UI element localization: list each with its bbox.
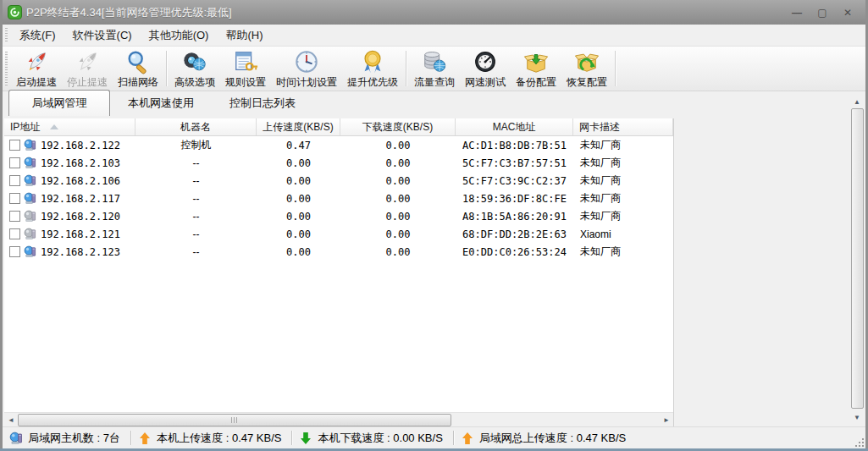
status-bar: 局域网主机数 : 7台本机上传速度 : 0.47 KB/S本机下载速度 : 0.… — [3, 426, 865, 448]
toolbar-label: 网速测试 — [465, 75, 506, 90]
host-checkbox[interactable] — [9, 211, 20, 222]
toolbar-button-scan-network[interactable]: 扫描网络 — [113, 47, 163, 90]
resize-grip[interactable] — [853, 436, 864, 447]
host-row[interactable]: 192.168.2.122控制机0.470.00AC:D1:B8:DB:7B:5… — [4, 136, 673, 154]
host-mac: AC:D1:B8:DB:7B:51 — [456, 136, 573, 154]
scroll-down-icon[interactable]: ▼ — [850, 410, 864, 424]
tab-lan-manage[interactable]: 局域网管理 — [8, 90, 110, 117]
host-vendor: 未知厂商 — [573, 154, 673, 172]
host-vendor: Xiaomi — [573, 225, 673, 243]
host-upload-speed: 0.00 — [257, 172, 340, 190]
rocket-stop-icon — [75, 49, 100, 74]
vertical-scrollbar[interactable]: ▲ ▼ — [850, 95, 865, 424]
toolbar-gripper — [5, 52, 8, 85]
host-checkbox[interactable] — [9, 193, 20, 204]
restore-config-icon — [574, 49, 600, 74]
host-checkbox[interactable] — [9, 246, 20, 257]
toolbar-separator — [615, 51, 616, 86]
host-upload-speed: 0.00 — [257, 225, 340, 243]
column-header[interactable]: 网卡描述 — [573, 118, 673, 135]
schedule-clock-icon — [294, 49, 319, 74]
host-row[interactable]: 192.168.2.106--0.000.005C:F7:C3:9C:C2:37… — [4, 172, 673, 190]
upload-arrow-icon — [138, 432, 152, 445]
host-row[interactable]: 192.168.2.120--0.000.00A8:1B:5A:86:20:91… — [4, 207, 673, 225]
computer-icon — [24, 245, 37, 258]
priority-medal-icon — [360, 49, 385, 74]
app-logo-icon — [8, 5, 22, 19]
column-header[interactable]: IP地址 — [4, 118, 135, 135]
toolbar-label: 恢复配置 — [567, 75, 607, 90]
toolbar-button-rules[interactable]: 规则设置 — [220, 47, 271, 90]
status-text: 本机上传速度 : 0.47 KB/S — [157, 431, 281, 446]
host-upload-speed: 0.00 — [257, 207, 340, 225]
column-header[interactable]: 机器名 — [135, 118, 257, 135]
host-checkbox[interactable] — [9, 157, 20, 168]
host-row[interactable]: 192.168.2.121--0.000.0068:DF:DD:2B:2E:63… — [4, 225, 673, 243]
host-checkbox[interactable] — [9, 175, 20, 186]
tab-local-speed[interactable]: 本机网速使用 — [110, 91, 212, 116]
toolbar-label: 提升优先级 — [347, 75, 398, 90]
toolbar-button-restore-config[interactable]: 恢复配置 — [561, 47, 612, 90]
menu-bar: 系统(F)软件设置(C)其他功能(O)帮助(H) — [3, 25, 865, 47]
toolbar-label: 备份配置 — [516, 75, 556, 90]
status-text: 局域网总上传速度 : 0.47 KB/S — [479, 431, 626, 446]
toolbar-button-advanced[interactable]: 高级选项 — [169, 47, 220, 90]
column-header[interactable]: 上传速度(KB/S) — [257, 118, 340, 135]
title-bar[interactable]: P2P终结者4.34[当前网络管理优先级:最低] — ▢ ✕ — [3, 0, 865, 25]
host-download-speed: 0.00 — [340, 136, 456, 154]
host-ip: 192.168.2.122 — [41, 140, 120, 151]
toolbar-separator — [166, 51, 167, 86]
host-checkbox[interactable] — [9, 140, 20, 151]
toolbar: 启动提速停止提速扫描网络高级选项规则设置时间计划设置提升优先级流量查询网速测试备… — [3, 47, 865, 91]
menu-item-settings[interactable]: 软件设置(C) — [64, 25, 141, 46]
speed-test-icon — [473, 49, 498, 74]
toolbar-label: 规则设置 — [225, 75, 266, 90]
column-header[interactable]: MAC地址 — [456, 118, 573, 135]
status-lan-up: 局域网总上传速度 : 0.47 KB/S — [454, 427, 636, 448]
status-items: 局域网主机数 : 7台本机上传速度 : 0.47 KB/S本机下载速度 : 0.… — [3, 427, 636, 448]
host-vendor: 未知厂商 — [573, 243, 673, 261]
scroll-left-icon[interactable]: ◄ — [4, 413, 18, 426]
tab-content: IP地址机器名上传速度(KB/S)下载速度(KB/S)MAC地址网卡描述 192… — [3, 116, 865, 426]
tab-control-log[interactable]: 控制日志列表 — [212, 91, 313, 116]
menu-item-help[interactable]: 帮助(H) — [217, 25, 271, 46]
host-vendor: 未知厂商 — [573, 190, 673, 207]
scroll-right-icon[interactable]: ► — [660, 413, 673, 426]
traffic-query-icon — [422, 49, 447, 74]
host-name: 控制机 — [135, 136, 257, 154]
toolbar-button-stop-boost[interactable]: 停止提速 — [62, 47, 113, 90]
host-name: -- — [135, 243, 257, 261]
rocket-start-icon — [24, 49, 49, 74]
host-row[interactable]: 192.168.2.117--0.000.0018:59:36:DF:8C:FE… — [4, 190, 673, 207]
menu-item-other[interactable]: 其他功能(O) — [141, 25, 218, 46]
minimize-button[interactable]: — — [789, 6, 804, 19]
host-name: -- — [135, 225, 257, 243]
host-mac: 5C:F7:C3:9C:C2:37 — [456, 172, 573, 190]
horizontal-scrollbar[interactable]: ◄ ► — [4, 412, 673, 426]
host-row[interactable]: 192.168.2.103--0.000.005C:F7:C3:B7:57:51… — [4, 154, 673, 172]
menu-item-system[interactable]: 系统(F) — [11, 25, 64, 46]
toolbar-button-backup-config[interactable]: 备份配置 — [511, 47, 561, 90]
host-ip: 192.168.2.106 — [41, 175, 120, 187]
vertical-scroll-thumb[interactable] — [851, 108, 864, 409]
tab-strip: 局域网管理本机网速使用控制日志列表 — [3, 91, 865, 116]
toolbar-button-speed-test[interactable]: 网速测试 — [460, 47, 511, 90]
computer-icon — [24, 174, 37, 187]
maximize-button[interactable]: ▢ — [815, 6, 830, 19]
toolbar-button-priority[interactable]: 提升优先级 — [342, 47, 403, 90]
host-download-speed: 0.00 — [340, 243, 456, 261]
upload-arrow-icon — [461, 432, 474, 445]
toolbar-button-traffic-query[interactable]: 流量查询 — [409, 47, 460, 90]
host-checkbox[interactable] — [9, 228, 20, 239]
host-row[interactable]: 192.168.2.123--0.000.00E0:DD:C0:26:53:24… — [4, 243, 673, 261]
toolbar-button-schedule[interactable]: 时间计划设置 — [271, 47, 342, 90]
scroll-up-icon[interactable]: ▲ — [850, 95, 864, 108]
toolbar-label: 启动提速 — [16, 75, 57, 90]
column-header[interactable]: 下载速度(KB/S) — [340, 118, 456, 135]
scan-network-icon — [125, 49, 151, 74]
computer-gray-icon — [24, 228, 37, 240]
host-vendor: 未知厂商 — [573, 136, 673, 154]
toolbar-button-start-boost[interactable]: 启动提速 — [11, 47, 62, 90]
close-button[interactable]: ✕ — [840, 6, 855, 19]
horizontal-scroll-thumb[interactable] — [18, 414, 451, 426]
